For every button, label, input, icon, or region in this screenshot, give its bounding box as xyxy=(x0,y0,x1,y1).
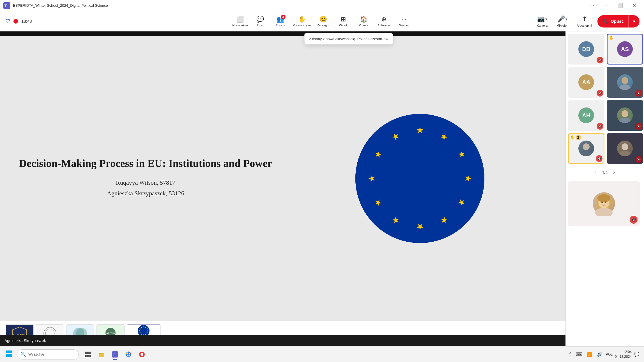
camera-icon: 📷 xyxy=(537,15,545,23)
participant-tile-aa[interactable]: AA 🔇 xyxy=(568,67,604,98)
leave-button[interactable]: 📞 Opuść ▾ xyxy=(597,15,640,28)
react-label: Zareaguj xyxy=(317,24,329,27)
taskbar-apps: T xyxy=(82,348,148,361)
camera-dropdown-icon[interactable]: ▾ xyxy=(545,17,547,21)
more-icon: ··· xyxy=(401,16,406,23)
taskbar-search-text: Wyszukaj xyxy=(28,352,44,356)
mic-dropdown-icon[interactable]: ▾ xyxy=(565,17,567,21)
taskbar-chrome[interactable] xyxy=(122,348,135,361)
rooms-label: Pokoje xyxy=(359,24,368,27)
people-icon: 👥 2 xyxy=(277,16,284,23)
minimize-button[interactable]: — xyxy=(600,1,613,10)
participant-mic-person5[interactable]: 🔇 xyxy=(635,156,642,163)
participants-pagination: ‹ 1/4 › xyxy=(566,166,644,179)
more-options-button[interactable]: ··· xyxy=(586,1,599,10)
large-participant-tile[interactable]: 🔇 xyxy=(568,181,640,226)
svg-point-46 xyxy=(619,151,631,156)
large-participant-mic[interactable]: 🔇 xyxy=(630,216,638,224)
people-button[interactable]: 👥 2 Osoby xyxy=(270,12,291,30)
rooms-button[interactable]: 🏠 Pokoje xyxy=(353,12,374,30)
leave-dropdown-button[interactable]: ▾ xyxy=(628,15,640,28)
taskbar-app2[interactable] xyxy=(136,348,148,361)
teams-app-icon: T xyxy=(3,2,10,9)
react-button[interactable]: 😊 Zareaguj xyxy=(313,12,333,30)
raise-hand-label: Podnieś rękę xyxy=(293,24,311,27)
share-icon: ⬆ xyxy=(582,15,587,23)
taskbar-network-icon[interactable]: 📶 xyxy=(586,350,594,358)
toolbar-right: 📷 ▾ Kamera 🎤 ▾ Mikrofon ⬆ Udostępnij 📞 O… xyxy=(533,13,640,29)
slide-content: Decision-Making Process in EU: Instituti… xyxy=(0,36,565,321)
participants-panel: DB 🔇 ✋ AS AA 🔇 🔇 xyxy=(565,31,644,346)
share-button[interactable]: ⬆ Udostępnij xyxy=(574,13,595,29)
presentation-area: Decision-Making Process in EU: Instituti… xyxy=(0,31,565,346)
apps-icon: ⊕ xyxy=(381,16,386,23)
svg-text:★: ★ xyxy=(464,175,473,182)
microphone-button[interactable]: 🎤 ▾ Mikrofon xyxy=(553,13,572,29)
more-button[interactable]: ··· Więcej xyxy=(394,12,414,30)
participant-mic-person3[interactable]: 🔇 xyxy=(635,90,642,97)
recording-indicator xyxy=(13,19,18,24)
apps-label: Aplikacje xyxy=(378,24,390,27)
svg-rect-58 xyxy=(88,352,91,354)
svg-point-51 xyxy=(601,201,603,203)
svg-point-50 xyxy=(595,208,613,216)
participant-mic-ah[interactable]: 🔇 xyxy=(597,123,603,130)
participant-mic-db[interactable]: 🔇 xyxy=(597,57,603,63)
large-participant-photo xyxy=(593,192,615,215)
participant-tile-person4[interactable]: 🔇 xyxy=(607,100,643,131)
taskbar-teams[interactable]: T xyxy=(109,348,121,361)
share-label: Udostępnij xyxy=(577,24,592,27)
svg-rect-56 xyxy=(9,354,12,357)
view-label: Widok xyxy=(339,24,348,27)
rooms-icon: 🏠 xyxy=(360,16,367,23)
svg-point-44 xyxy=(581,151,592,156)
taskbar-right: ^ ⌨ 📶 🔊 POL 12:04 04.12.2024 💬 xyxy=(568,350,642,359)
chat-button[interactable]: 💬 Czat xyxy=(250,12,270,30)
participant-tile-db[interactable]: DB 🔇 xyxy=(568,34,604,65)
notification-icon[interactable]: 💬 xyxy=(634,352,640,357)
number-badge-mb: 2 xyxy=(576,135,581,140)
taskbar-chevron-icon[interactable]: ^ xyxy=(568,351,572,358)
slide-author2: Agnieszka Skrzypaszek, 53126 xyxy=(11,190,280,197)
start-button[interactable] xyxy=(2,348,16,361)
raise-hand-button[interactable]: ✋ Podnieś rękę xyxy=(291,12,313,30)
close-button[interactable]: ✕ xyxy=(628,1,641,10)
view-button[interactable]: ⊞ Widok xyxy=(333,12,353,30)
slide-title: Decision-Making Process in EU: Instituti… xyxy=(11,157,280,170)
participant-mic-mb[interactable]: 🔇 xyxy=(596,155,602,162)
taskbar-language: POL xyxy=(606,352,613,356)
pagination-prev[interactable]: ‹ xyxy=(593,168,599,177)
pagination-count: 1/4 xyxy=(602,170,608,175)
participants-grid: DB 🔇 ✋ AS AA 🔇 🔇 xyxy=(566,31,644,166)
svg-point-42 xyxy=(619,118,631,123)
camera-button[interactable]: 📷 ▾ Kamera xyxy=(533,13,551,29)
svg-point-40 xyxy=(619,84,631,90)
people-tooltip[interactable]: 2 osoby z nową aktywnością. Pokaż uczest… xyxy=(304,33,393,45)
participant-tile-ah[interactable]: AH 🔇 xyxy=(568,100,604,131)
participant-avatar-db: DB xyxy=(578,41,594,57)
pagination-next[interactable]: › xyxy=(611,168,617,177)
hand-raise-badge-mb: ✋ xyxy=(570,135,575,139)
maximize-button[interactable]: ⬜ xyxy=(614,1,627,10)
apps-button[interactable]: ⊕ Aplikacje xyxy=(374,12,394,30)
svg-rect-57 xyxy=(85,352,88,354)
participant-tile-person5[interactable]: 🔇 xyxy=(607,133,643,164)
shield-icon: 🛡 xyxy=(4,18,11,25)
taskbar-task-view[interactable] xyxy=(82,348,94,361)
participant-tile-person3[interactable]: 🔇 xyxy=(607,67,643,98)
participant-tile-mb[interactable]: ✋ 2 🔇 xyxy=(568,133,604,164)
toolbar-left: 🛡 18:48 xyxy=(4,18,32,25)
participant-mic-aa[interactable]: 🔇 xyxy=(597,90,603,97)
taskbar-search-box[interactable]: 🔍 Wyszukaj xyxy=(17,349,79,359)
taskbar-explorer[interactable] xyxy=(95,348,108,361)
participant-mic-person4[interactable]: 🔇 xyxy=(635,123,642,130)
taskbar-keyboard-icon[interactable]: ⌨ xyxy=(575,350,583,358)
participant-tile-as[interactable]: ✋ AS xyxy=(607,34,643,65)
eu-flag-svg: ★ ★ ★ ★ ★ ★ xyxy=(355,114,484,243)
svg-text:T: T xyxy=(113,353,115,357)
new-window-button[interactable]: ⬜ Nowe okno xyxy=(230,12,250,30)
taskbar-time-display: 12:04 04.12.2024 xyxy=(615,350,632,359)
search-icon: 🔍 xyxy=(20,352,26,357)
taskbar-volume-icon[interactable]: 🔊 xyxy=(596,350,604,358)
windows-icon xyxy=(6,350,12,358)
